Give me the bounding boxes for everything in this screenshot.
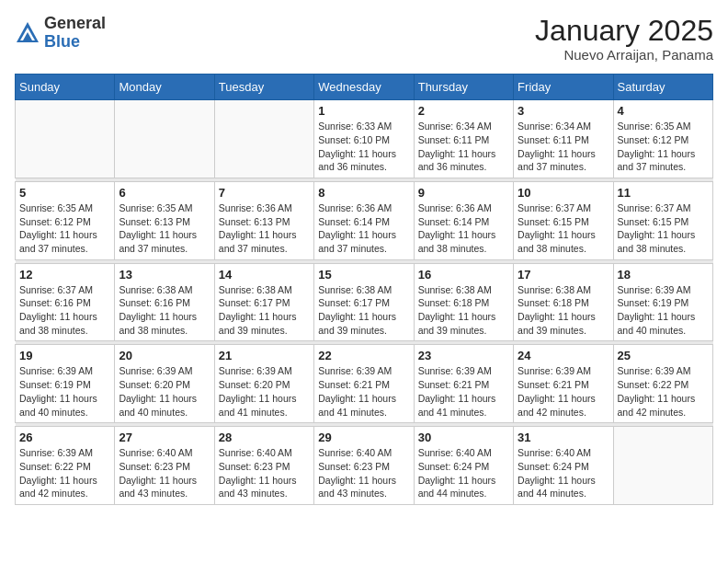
day-info: Sunrise: 6:39 AM Sunset: 6:20 PM Dayligh…: [119, 364, 210, 419]
day-info: Sunrise: 6:40 AM Sunset: 6:24 PM Dayligh…: [418, 446, 509, 500]
logo-general-text: General: [44, 15, 106, 33]
calendar-day-cell: 22Sunrise: 6:39 AM Sunset: 6:21 PM Dayli…: [314, 345, 414, 423]
calendar-day-cell: 23Sunrise: 6:39 AM Sunset: 6:21 PM Dayli…: [414, 345, 513, 423]
weekday-header-thursday: Thursday: [414, 75, 513, 100]
calendar-day-cell: [613, 427, 712, 505]
location-subtitle: Nuevo Arraijan, Panama: [535, 47, 713, 63]
day-info: Sunrise: 6:35 AM Sunset: 6:13 PM Dayligh…: [119, 201, 210, 256]
day-info: Sunrise: 6:38 AM Sunset: 6:17 PM Dayligh…: [219, 283, 310, 338]
day-number: 23: [418, 349, 509, 362]
day-info: Sunrise: 6:36 AM Sunset: 6:14 PM Dayligh…: [418, 201, 509, 256]
weekday-header-sunday: Sunday: [16, 75, 115, 100]
calendar-day-cell: 25Sunrise: 6:39 AM Sunset: 6:22 PM Dayli…: [613, 345, 712, 423]
day-number: 18: [618, 268, 709, 282]
day-info: Sunrise: 6:40 AM Sunset: 6:23 PM Dayligh…: [219, 446, 310, 500]
day-number: 7: [219, 186, 310, 200]
day-number: 20: [119, 349, 210, 362]
calendar-day-cell: 15Sunrise: 6:38 AM Sunset: 6:17 PM Dayli…: [314, 263, 414, 341]
calendar-day-cell: 3Sunrise: 6:34 AM Sunset: 6:11 PM Daylig…: [514, 100, 613, 178]
day-number: 3: [518, 104, 609, 118]
day-number: 24: [518, 349, 609, 362]
calendar-day-cell: 8Sunrise: 6:36 AM Sunset: 6:14 PM Daylig…: [314, 181, 414, 259]
day-number: 29: [318, 431, 409, 444]
logo-icon: [15, 20, 40, 46]
day-info: Sunrise: 6:39 AM Sunset: 6:19 PM Dayligh…: [618, 283, 709, 338]
calendar-table: SundayMondayTuesdayWednesdayThursdayFrid…: [15, 74, 713, 505]
day-info: Sunrise: 6:39 AM Sunset: 6:22 PM Dayligh…: [618, 364, 709, 419]
day-number: 8: [318, 186, 409, 200]
day-info: Sunrise: 6:38 AM Sunset: 6:18 PM Dayligh…: [518, 283, 609, 338]
weekday-header-friday: Friday: [514, 75, 613, 100]
calendar-day-cell: 26Sunrise: 6:39 AM Sunset: 6:22 PM Dayli…: [16, 427, 115, 505]
day-number: 19: [19, 349, 110, 362]
calendar-day-cell: 21Sunrise: 6:39 AM Sunset: 6:20 PM Dayli…: [214, 345, 313, 423]
day-info: Sunrise: 6:33 AM Sunset: 6:10 PM Dayligh…: [318, 120, 409, 174]
page-header: General Blue January 2025 Nuevo Arraijan…: [15, 15, 713, 63]
day-number: 28: [219, 431, 310, 444]
calendar-day-cell: 12Sunrise: 6:37 AM Sunset: 6:16 PM Dayli…: [16, 263, 115, 341]
calendar-day-cell: 2Sunrise: 6:34 AM Sunset: 6:11 PM Daylig…: [414, 100, 513, 178]
day-info: Sunrise: 6:37 AM Sunset: 6:16 PM Dayligh…: [19, 283, 110, 338]
day-number: 30: [418, 431, 509, 444]
day-info: Sunrise: 6:34 AM Sunset: 6:11 PM Dayligh…: [518, 120, 609, 174]
calendar-day-cell: 18Sunrise: 6:39 AM Sunset: 6:19 PM Dayli…: [613, 263, 712, 341]
calendar-day-cell: 1Sunrise: 6:33 AM Sunset: 6:10 PM Daylig…: [314, 100, 414, 178]
day-number: 17: [518, 268, 609, 282]
day-number: 10: [518, 186, 609, 200]
day-info: Sunrise: 6:37 AM Sunset: 6:15 PM Dayligh…: [618, 201, 709, 256]
weekday-header-saturday: Saturday: [613, 75, 712, 100]
day-number: 25: [618, 349, 709, 362]
day-number: 13: [119, 268, 210, 282]
day-info: Sunrise: 6:40 AM Sunset: 6:23 PM Dayligh…: [318, 446, 409, 500]
day-info: Sunrise: 6:37 AM Sunset: 6:15 PM Dayligh…: [518, 201, 609, 256]
day-info: Sunrise: 6:39 AM Sunset: 6:21 PM Dayligh…: [418, 364, 509, 419]
day-number: 4: [618, 104, 709, 118]
title-block: January 2025 Nuevo Arraijan, Panama: [535, 15, 713, 63]
day-number: 9: [418, 186, 509, 200]
calendar-day-cell: 5Sunrise: 6:35 AM Sunset: 6:12 PM Daylig…: [16, 181, 115, 259]
day-number: 14: [219, 268, 310, 282]
day-number: 1: [318, 104, 409, 118]
calendar-day-cell: 29Sunrise: 6:40 AM Sunset: 6:23 PM Dayli…: [314, 427, 414, 505]
day-number: 22: [318, 349, 409, 362]
weekday-header-wednesday: Wednesday: [314, 75, 414, 100]
day-info: Sunrise: 6:35 AM Sunset: 6:12 PM Dayligh…: [19, 201, 110, 256]
weekday-header-monday: Monday: [115, 75, 214, 100]
logo-blue-text: Blue: [44, 33, 106, 52]
calendar-day-cell: 28Sunrise: 6:40 AM Sunset: 6:23 PM Dayli…: [214, 427, 313, 505]
day-number: 6: [119, 186, 210, 200]
calendar-day-cell: 9Sunrise: 6:36 AM Sunset: 6:14 PM Daylig…: [414, 181, 513, 259]
day-info: Sunrise: 6:38 AM Sunset: 6:16 PM Dayligh…: [119, 283, 210, 338]
day-info: Sunrise: 6:39 AM Sunset: 6:21 PM Dayligh…: [518, 364, 609, 419]
calendar-day-cell: 13Sunrise: 6:38 AM Sunset: 6:16 PM Dayli…: [115, 263, 214, 341]
day-info: Sunrise: 6:38 AM Sunset: 6:18 PM Dayligh…: [418, 283, 509, 338]
calendar-week-row: 12Sunrise: 6:37 AM Sunset: 6:16 PM Dayli…: [16, 263, 713, 341]
day-number: 2: [418, 104, 509, 118]
calendar-day-cell: 31Sunrise: 6:40 AM Sunset: 6:24 PM Dayli…: [514, 427, 613, 505]
day-info: Sunrise: 6:39 AM Sunset: 6:22 PM Dayligh…: [19, 446, 110, 500]
day-number: 15: [318, 268, 409, 282]
day-info: Sunrise: 6:34 AM Sunset: 6:11 PM Dayligh…: [418, 120, 509, 174]
calendar-day-cell: 24Sunrise: 6:39 AM Sunset: 6:21 PM Dayli…: [514, 345, 613, 423]
calendar-day-cell: 14Sunrise: 6:38 AM Sunset: 6:17 PM Dayli…: [214, 263, 313, 341]
calendar-day-cell: 10Sunrise: 6:37 AM Sunset: 6:15 PM Dayli…: [514, 181, 613, 259]
calendar-week-row: 19Sunrise: 6:39 AM Sunset: 6:19 PM Dayli…: [16, 345, 713, 423]
calendar-week-row: 5Sunrise: 6:35 AM Sunset: 6:12 PM Daylig…: [16, 181, 713, 259]
calendar-day-cell: 6Sunrise: 6:35 AM Sunset: 6:13 PM Daylig…: [115, 181, 214, 259]
day-info: Sunrise: 6:39 AM Sunset: 6:19 PM Dayligh…: [19, 364, 110, 419]
day-info: Sunrise: 6:36 AM Sunset: 6:13 PM Dayligh…: [219, 201, 310, 256]
calendar-day-cell: [115, 100, 214, 178]
calendar-day-cell: 4Sunrise: 6:35 AM Sunset: 6:12 PM Daylig…: [613, 100, 712, 178]
weekday-header-row: SundayMondayTuesdayWednesdayThursdayFrid…: [16, 75, 713, 100]
calendar-day-cell: 27Sunrise: 6:40 AM Sunset: 6:23 PM Dayli…: [115, 427, 214, 505]
day-info: Sunrise: 6:39 AM Sunset: 6:20 PM Dayligh…: [219, 364, 310, 419]
day-number: 31: [518, 431, 609, 444]
calendar-day-cell: 7Sunrise: 6:36 AM Sunset: 6:13 PM Daylig…: [214, 181, 313, 259]
calendar-week-row: 26Sunrise: 6:39 AM Sunset: 6:22 PM Dayli…: [16, 427, 713, 505]
day-number: 27: [119, 431, 210, 444]
day-number: 12: [19, 268, 110, 282]
day-info: Sunrise: 6:40 AM Sunset: 6:23 PM Dayligh…: [119, 446, 210, 500]
calendar-day-cell: 17Sunrise: 6:38 AM Sunset: 6:18 PM Dayli…: [514, 263, 613, 341]
day-number: 5: [19, 186, 110, 200]
month-year-title: January 2025: [535, 15, 713, 47]
